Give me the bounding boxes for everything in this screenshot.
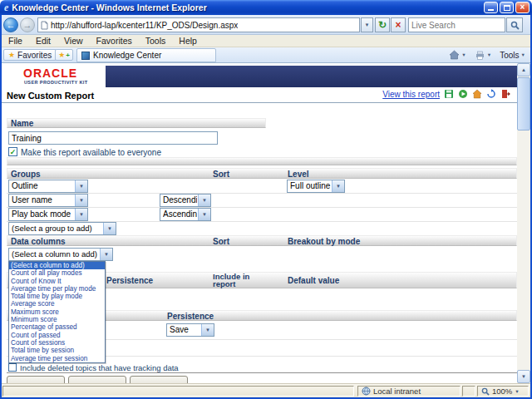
home-menu-button[interactable]: ▼ [449, 50, 466, 60]
chevron-down-icon: ▼ [201, 324, 214, 336]
zoom-icon [481, 387, 490, 396]
star-icon: ★ [8, 51, 15, 59]
chevron-down-icon: ▼ [75, 180, 87, 192]
security-zone-pane: Local intranet [357, 386, 461, 397]
groups-header-label: Groups [11, 169, 41, 178]
search-button[interactable] [506, 17, 523, 32]
menu-file[interactable]: File [2, 35, 29, 47]
favorites-button[interactable]: ★ Favorites [3, 49, 57, 61]
menu-favorites[interactable]: Favorites [90, 35, 139, 47]
minimize-icon [488, 9, 494, 11]
data-columns-sort-header: Sort [213, 236, 229, 245]
back-button[interactable]: ← [3, 17, 18, 32]
vertical-scrollbar[interactable]: ▲ ▼ [517, 63, 530, 383]
column-option[interactable]: Total time by play mode [9, 293, 105, 300]
maximize-icon [504, 5, 510, 11]
column-option[interactable]: Average score [9, 300, 105, 308]
menu-edit[interactable]: Edit [29, 35, 57, 47]
maximize-button[interactable] [500, 2, 514, 13]
data-columns-header-label: Data columns [11, 236, 66, 245]
refresh-page-button[interactable] [486, 89, 496, 99]
tab-title: Knowledge Center [93, 51, 161, 60]
status-message-pane [2, 386, 354, 397]
menu-help[interactable]: Help [172, 35, 204, 47]
title-bar: e Knowledge Center - Windows Internet Ex… [0, 0, 532, 15]
column-option[interactable]: Total time by session [9, 347, 105, 354]
group-username-select[interactable]: User name ▼ [8, 194, 88, 207]
scroll-up-icon[interactable]: ▲ [517, 63, 530, 76]
scroll-down-icon[interactable]: ▼ [517, 370, 530, 383]
add-column-select[interactable]: (Select a column to add) ▼ [8, 248, 113, 261]
group-outline-select[interactable]: Outline ▼ [8, 180, 88, 193]
search-input[interactable] [411, 21, 502, 30]
report-name-input[interactable] [8, 131, 218, 145]
add-favorite-button[interactable]: ★ + [55, 49, 73, 61]
chevron-down-icon: ▼ [75, 195, 87, 206]
chevron-down-icon: ▼ [103, 223, 116, 234]
sort-ascending-select[interactable]: Ascending ▼ [160, 208, 211, 221]
menu-view[interactable]: View [57, 35, 90, 47]
bottom-button[interactable] [7, 376, 65, 383]
logout-button[interactable] [500, 89, 510, 99]
print-icon [475, 51, 485, 60]
column-option[interactable]: (Select a column to add) [9, 262, 105, 269]
ie-logo-icon: e [4, 2, 8, 14]
bottom-button[interactable] [130, 376, 188, 383]
column-option[interactable]: Count of all play modes [9, 269, 105, 277]
bottom-button[interactable] [68, 376, 126, 383]
include-deleted-topics-checkbox[interactable] [8, 363, 17, 372]
menu-tools[interactable]: Tools [139, 35, 173, 47]
share-checkbox[interactable]: ✓ [8, 147, 17, 156]
default-value-column-header: Default value [288, 276, 339, 285]
column-option[interactable]: Count of Know It [9, 278, 105, 285]
preview-button[interactable] [458, 89, 468, 99]
select-value: Descending [163, 195, 197, 204]
refresh-icon [486, 89, 496, 99]
column-option[interactable]: Average time per session [9, 355, 105, 362]
sort-descending-select[interactable]: Descending ▼ [160, 194, 211, 207]
chevron-down-icon: ▼ [198, 209, 210, 220]
print-menu-button[interactable]: ▼ [475, 51, 491, 60]
close-button[interactable]: × [515, 2, 530, 13]
column-option[interactable]: Percentage of passed [9, 323, 105, 331]
column-option[interactable]: Count of passed [9, 332, 105, 339]
select-value: (Select a group to add) [12, 224, 102, 233]
column-option[interactable]: Maximum score [9, 308, 105, 316]
chevron-down-icon: ▼ [75, 209, 87, 220]
zoom-control[interactable]: 100% ▼ [477, 386, 529, 397]
chevron-down-icon: ▼ [515, 389, 519, 394]
history-dropdown-button[interactable]: ▼ [361, 17, 373, 32]
add-column-dropdown-list: (Select a column to add) Count of all pl… [8, 261, 106, 363]
tools-label: Tools [500, 51, 519, 60]
minimize-button[interactable] [484, 2, 498, 13]
chevron-down-icon: ▼ [332, 180, 344, 192]
chevron-down-icon: ▼ [198, 195, 210, 206]
favorites-bar: ★ Favorites ★ + Knowledge Center ▼ ▼ Too… [0, 47, 532, 63]
stop-button[interactable]: × [391, 17, 406, 32]
persistence-column-header: Persistence [106, 276, 153, 285]
name-section-header: Name [7, 118, 266, 128]
persistence-save-select[interactable]: Save ▼ [166, 323, 214, 337]
scrollbar-thumb[interactable] [517, 77, 530, 131]
column-option[interactable]: Count of sessions [9, 339, 105, 347]
page-icon [41, 21, 48, 30]
tools-menu-button[interactable]: Tools ▼ [500, 51, 525, 60]
divider [2, 102, 517, 103]
search-box [408, 17, 505, 32]
forward-button[interactable]: → [20, 17, 35, 32]
add-group-select[interactable]: (Select a group to add) ▼ [8, 222, 116, 235]
refresh-button[interactable]: ↻ [375, 17, 390, 32]
column-option[interactable]: Minimum score [9, 316, 105, 323]
home-button[interactable] [472, 89, 482, 99]
group-playbackmode-select[interactable]: Play back mode ▼ [8, 208, 88, 221]
column-option[interactable]: Average time per play mode [9, 285, 105, 293]
groups-section-header: Groups Sort Level [7, 168, 517, 179]
level-select[interactable]: Full outline ▼ [287, 180, 345, 193]
home-icon [449, 50, 460, 60]
zoom-level: 100% [492, 387, 512, 396]
address-input[interactable]: http://ahufford-lap/kcenter11/KP_ODS/Des… [37, 17, 360, 32]
view-this-report-link[interactable]: View this report [382, 90, 440, 99]
tab-knowledge-center[interactable]: Knowledge Center [76, 48, 216, 62]
logout-icon [500, 89, 510, 99]
save-button[interactable] [444, 89, 454, 99]
